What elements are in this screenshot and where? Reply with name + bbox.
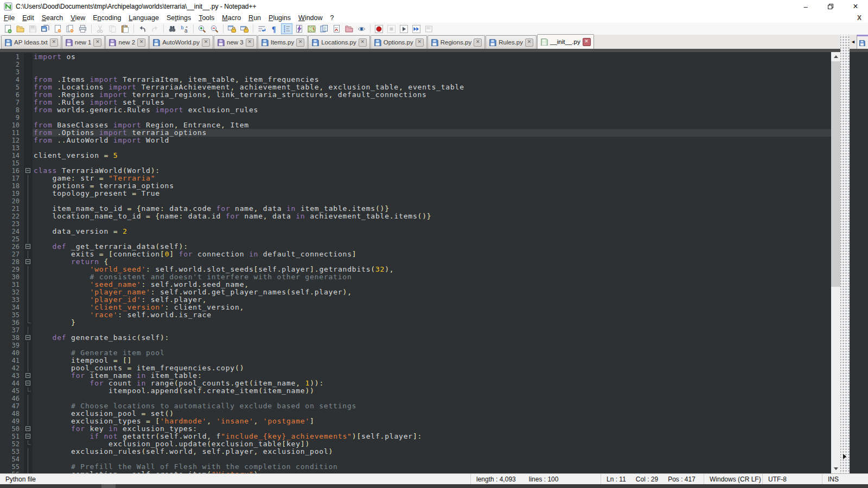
tab-close-icon[interactable]: ✕ (583, 38, 591, 46)
tab-items-py[interactable]: Items.py✕ (258, 35, 308, 49)
tab-close-icon[interactable]: ✕ (93, 38, 101, 47)
tab-rules-py[interactable]: Rules.py✕ (486, 35, 537, 49)
menu-language[interactable]: Language (125, 14, 163, 22)
menu-edit[interactable]: Edit (18, 14, 38, 22)
close-document-x[interactable]: X (857, 14, 861, 22)
macro-play-icon[interactable] (398, 23, 410, 34)
paste-icon[interactable] (119, 23, 131, 34)
tab-locations-py[interactable]: Locations.py✕ (308, 35, 370, 49)
fold-marker[interactable] (24, 334, 33, 342)
tab-close-icon[interactable]: ✕ (359, 38, 367, 47)
sync-horizontal-icon[interactable] (239, 23, 250, 34)
save-all-icon[interactable] (40, 23, 51, 34)
new-file-icon[interactable] (2, 23, 14, 34)
fold-margin (24, 84, 33, 91)
menu-run[interactable]: Run (245, 14, 265, 22)
open-file-icon[interactable] (15, 23, 26, 34)
menu-plugins[interactable]: Plugins (265, 14, 295, 22)
tab-autoworld-py[interactable]: AutoWorld.py✕ (149, 35, 213, 49)
print-icon[interactable] (77, 23, 88, 34)
restore-button[interactable] (818, 0, 843, 13)
tab-close-icon[interactable]: ✕ (296, 38, 304, 47)
fold-marker[interactable] (24, 380, 33, 387)
tab-new-3[interactable]: new 3✕ (214, 35, 257, 49)
vertical-scrollbar[interactable] (831, 52, 840, 473)
status-eol-format[interactable]: Windows (CR LF) (704, 474, 762, 484)
monitoring-icon[interactable] (293, 23, 305, 34)
status-insert-mode[interactable]: INS (822, 474, 868, 484)
preview-eye-icon[interactable] (356, 23, 367, 34)
fold-marker[interactable] (24, 167, 33, 175)
menu-tools[interactable]: Tools (195, 14, 218, 22)
word-wrap-icon[interactable] (256, 23, 267, 34)
menu-view[interactable]: View (67, 14, 89, 22)
tab-close-icon[interactable]: ✕ (137, 38, 145, 47)
view-splitter[interactable] (840, 35, 850, 473)
tab-close-icon[interactable]: ✕ (246, 38, 254, 47)
close-button[interactable]: × (843, 0, 868, 13)
second-view-tab[interactable] (857, 35, 868, 49)
menu-window[interactable]: Window (295, 14, 326, 22)
zoom-in-icon[interactable] (196, 23, 208, 34)
replace-icon[interactable]: ba (179, 23, 190, 34)
function-list-icon[interactable] (331, 23, 342, 34)
fold-marker[interactable] (24, 243, 33, 251)
menu-macro[interactable]: Macro (218, 14, 245, 22)
fold-marker[interactable] (24, 433, 33, 440)
code-line: 26 def _get_terraria_data(self): (0, 243, 831, 251)
fold-margin (24, 387, 33, 395)
menu-?[interactable]: ? (327, 14, 338, 22)
fold-marker[interactable] (24, 425, 33, 433)
tab-regions-py[interactable]: Regions.py✕ (427, 35, 486, 49)
floppy-icon (108, 38, 116, 46)
save-icon[interactable] (27, 23, 39, 34)
code-line: 37 (0, 326, 831, 334)
fold-marker[interactable] (24, 258, 33, 266)
close-all-icon[interactable] (65, 23, 76, 34)
scroll-up-arrow[interactable] (831, 52, 840, 61)
document-switcher-icon[interactable] (318, 23, 330, 34)
tab-new-1[interactable]: new 1✕ (62, 35, 105, 49)
menu-search[interactable]: Search (38, 14, 67, 22)
macro-run-multiple-icon[interactable] (411, 23, 422, 34)
tab-close-icon[interactable]: ✕ (416, 38, 424, 47)
menu-settings[interactable]: Settings (163, 14, 195, 22)
scrollbar-thumb[interactable] (831, 61, 840, 287)
find-icon[interactable] (167, 23, 178, 34)
document-map-icon[interactable] (306, 23, 317, 34)
tab-new-2[interactable]: new 2✕ (105, 35, 149, 49)
scroll-down-arrow[interactable] (831, 464, 840, 473)
undo-icon[interactable] (137, 23, 148, 34)
macro-record-icon[interactable] (373, 23, 385, 34)
tab-close-icon[interactable]: ✕ (474, 38, 482, 47)
tab-scroll-left-arrow[interactable]: ◄ (850, 39, 857, 44)
tab-options-py[interactable]: Options.py✕ (371, 35, 427, 49)
tab-ap-ideas-txt[interactable]: AP Ideas.txt✕ (1, 35, 61, 49)
code-line: 40 # Generate item pool (0, 349, 831, 357)
splitter-collapse-arrow[interactable] (843, 454, 846, 459)
zoom-out-icon[interactable] (209, 23, 220, 34)
status-encoding[interactable]: UTF-8 (762, 474, 822, 484)
cut-icon[interactable] (94, 23, 106, 34)
code-editor[interactable]: 1import os234from .Items import Terraria… (0, 52, 831, 473)
copy-icon[interactable] (107, 23, 118, 34)
tab-close-icon[interactable]: ✕ (202, 38, 210, 47)
folder-as-workspace-icon[interactable] (343, 23, 355, 34)
code-line: 30 # consistent and doesn't interfere wi… (0, 273, 831, 281)
tab-close-icon[interactable]: ✕ (525, 38, 533, 47)
line-number: 46 (0, 395, 24, 402)
macro-stop-icon[interactable] (386, 23, 397, 34)
fold-margin (24, 205, 33, 213)
minimize-button[interactable]: – (793, 0, 818, 13)
sync-vertical-icon[interactable] (226, 23, 238, 34)
show-all-characters-icon[interactable]: ¶ (269, 23, 280, 34)
fold-marker[interactable] (24, 372, 33, 380)
redo-icon[interactable] (149, 23, 161, 34)
tab-close-icon[interactable]: ✕ (50, 38, 58, 47)
menu-encoding[interactable]: Encoding (89, 14, 125, 22)
indent-guide-icon[interactable] (281, 23, 292, 34)
menu-file[interactable]: File (0, 14, 18, 22)
macro-save-icon[interactable] (423, 23, 435, 34)
tab-__init__-py[interactable]: __init__.py✕ (537, 34, 594, 49)
close-file-icon[interactable] (52, 23, 63, 34)
